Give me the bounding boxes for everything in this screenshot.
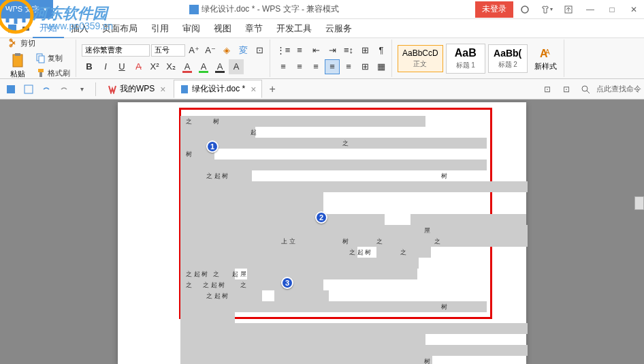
qat-save-button[interactable] (3, 81, 19, 97)
menu-print-icon[interactable] (19, 22, 33, 35)
svg-line-19 (587, 91, 590, 93)
new-style-button[interactable]: AA 新样式 (530, 44, 561, 73)
align-right-button[interactable]: ≡ (308, 59, 323, 74)
align-center-button[interactable]: ≡ (292, 59, 307, 74)
clear-format-button[interactable]: ◈ (219, 43, 234, 58)
menu-start[interactable]: 开始 (33, 19, 64, 38)
style-normal[interactable]: AaBbCcD 正文 (398, 45, 443, 72)
highlight-button[interactable]: A (196, 59, 211, 74)
menu-view[interactable]: 视图 (207, 20, 238, 37)
numbering-button[interactable]: ≡ (292, 43, 307, 58)
menu-developer[interactable]: 开发工具 (270, 20, 319, 37)
doc-icon (189, 5, 199, 14)
login-button[interactable]: 未登录 (475, 1, 513, 18)
qat-more-button[interactable]: ▾ (74, 81, 90, 97)
marker-1: 1 (206, 140, 219, 153)
sidebar-toggle[interactable] (634, 196, 644, 210)
qat-layout-button[interactable] (20, 81, 37, 97)
svg-rect-16 (25, 85, 33, 93)
svg-point-1 (521, 6, 528, 13)
app-logo[interactable]: WPS 文字 ▼ (0, 0, 53, 18)
svg-rect-17 (181, 85, 188, 93)
search-hint[interactable]: 点此查找命令 (596, 84, 641, 94)
workspace: 之 树 起 树 之 之 起 树 树 屋 上 立 树 之 之 之 起 树 之 之 … (0, 100, 644, 364)
format-painter-button[interactable]: 格式刷 (33, 66, 73, 80)
menu-references[interactable]: 引用 (144, 20, 176, 37)
subscript-button[interactable]: X₂ (163, 59, 178, 74)
marker-3: 3 (281, 277, 293, 289)
minimize-button[interactable]: — (580, 0, 600, 19)
tabbar: ▾ 我的WPS × 绿化设计.doc * × + ⊡ ⊡ 点此查找命令 (0, 79, 644, 100)
font-name-select[interactable] (82, 44, 150, 57)
borders-button[interactable]: ⊞ (357, 59, 372, 74)
copy-icon (35, 52, 46, 63)
tabbar-back-button[interactable]: ⊡ (539, 81, 556, 97)
svg-rect-11 (38, 69, 44, 72)
doc-tab-icon (180, 85, 189, 94)
increase-font-button[interactable]: A⁺ (187, 43, 202, 58)
cut-button[interactable]: 剪切 (5, 36, 73, 50)
svg-text:A: A (545, 48, 550, 56)
svg-rect-15 (7, 85, 15, 93)
marker-2: 2 (315, 211, 327, 224)
svg-rect-8 (15, 53, 20, 56)
copy-button[interactable]: 复制 (33, 51, 73, 65)
char-border-button[interactable]: ⊡ (252, 43, 267, 58)
wps-icon (108, 85, 117, 94)
brush-icon (35, 67, 46, 78)
italic-button[interactable]: I (98, 59, 113, 74)
svg-rect-3 (8, 25, 16, 33)
superscript-button[interactable]: X² (147, 59, 162, 74)
close-button[interactable]: ✕ (624, 0, 644, 19)
menu-cloud[interactable]: 云服务 (319, 20, 359, 37)
scissors-icon (8, 37, 19, 48)
qat-redo-button[interactable] (56, 81, 72, 97)
sort-button[interactable]: ⊞ (357, 43, 372, 58)
document-page[interactable]: 之 树 起 树 之 之 起 树 树 屋 上 立 树 之 之 之 起 树 之 之 … (118, 102, 526, 364)
feedback-icon[interactable] (558, 0, 579, 19)
distribute-button[interactable]: ≡ (341, 59, 356, 74)
paste-button[interactable]: 粘贴 (5, 51, 30, 80)
tabbar-fwd-button[interactable]: ⊡ (558, 81, 575, 97)
line-spacing-button[interactable]: ≡↕ (341, 43, 356, 58)
tab-close-mywps[interactable]: × (160, 84, 165, 95)
align-left-button[interactable]: ≡ (276, 59, 291, 74)
menu-page-layout[interactable]: 页面布局 (95, 20, 144, 37)
increase-indent-button[interactable]: ⇥ (325, 43, 340, 58)
tab-my-wps[interactable]: 我的WPS × (101, 80, 172, 98)
svg-point-18 (582, 86, 587, 91)
style-heading1[interactable]: AaB 标题 1 (446, 44, 485, 74)
show-marks-button[interactable]: ¶ (374, 43, 389, 58)
decrease-font-button[interactable]: A⁻ (203, 43, 218, 58)
new-style-icon: AA (537, 45, 553, 61)
shading-button[interactable]: ▦ (374, 59, 389, 74)
tshirt-icon[interactable]: ▾ (536, 0, 557, 19)
search-icon[interactable] (577, 81, 594, 97)
skin-icon[interactable] (515, 0, 535, 19)
menubar: 开始 插入 页面布局 引用 审阅 视图 章节 开发工具 云服务 (0, 19, 644, 38)
align-justify-button[interactable]: ≡ (325, 59, 340, 74)
maximize-button[interactable]: □ (602, 0, 622, 19)
strikethrough-button[interactable]: A̶ (131, 59, 146, 74)
font-size-select[interactable] (151, 44, 185, 57)
char-shading-button[interactable]: A (229, 59, 244, 74)
tab-close-doc[interactable]: × (251, 84, 256, 95)
menu-review[interactable]: 审阅 (176, 20, 207, 37)
menu-insert[interactable]: 插入 (64, 20, 95, 37)
bold-button[interactable]: B (82, 59, 97, 74)
menu-file-icon[interactable] (5, 22, 19, 35)
svg-rect-12 (39, 72, 42, 77)
text-effect-button[interactable]: A (212, 59, 227, 74)
style-heading2[interactable]: AaBb( 标题 2 (488, 44, 528, 73)
tab-add-button[interactable]: + (263, 83, 280, 95)
qat-undo-button[interactable] (38, 81, 54, 97)
underline-button[interactable]: U (114, 59, 129, 74)
bullets-button[interactable]: ⋮≡ (276, 43, 291, 58)
titlebar: WPS 文字 ▼ 绿化设计.doc * - WPS 文字 - 兼容模式 未登录 … (0, 0, 644, 19)
phonetic-button[interactable]: 変 (236, 43, 251, 58)
tab-document[interactable]: 绿化设计.doc * × (174, 80, 263, 98)
font-color-button[interactable]: A (180, 59, 195, 74)
menu-chapter[interactable]: 章节 (238, 20, 270, 37)
clipboard-icon (10, 52, 26, 69)
decrease-indent-button[interactable]: ⇤ (308, 43, 323, 58)
